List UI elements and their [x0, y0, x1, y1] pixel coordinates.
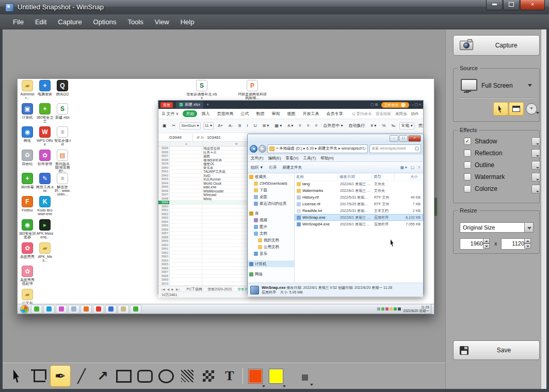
rounded-rectangle-tool[interactable]: [135, 365, 155, 387]
pick-control-button[interactable]: [509, 102, 524, 116]
file-size: 6,102 KB: [397, 216, 423, 219]
explorer-menu-item: 编辑(E): [268, 156, 281, 161]
explorer-minimize-button: –: [390, 135, 398, 142]
zoom-plus-button[interactable]: +: [526, 103, 537, 115]
effect-checkbox[interactable]: [464, 173, 471, 181]
resize-separator: x: [494, 240, 497, 247]
zoom-options-icon[interactable]: [536, 112, 539, 114]
capture-button[interactable]: Capture: [453, 35, 540, 56]
file-type: 应用程序: [374, 222, 397, 227]
menu-item[interactable]: Help: [175, 14, 200, 29]
desktop-icon: Q 腾讯QQ: [54, 80, 71, 103]
text-icon: T: [225, 369, 234, 383]
title-bar[interactable]: Untitled Snapshot - WinSnap ×: [0, 0, 549, 15]
desktop-icon-image: ▰: [22, 80, 33, 91]
excel-row-header: 3946: [158, 189, 170, 193]
file-date: 2017/5/25 星期…: [340, 202, 374, 207]
desktop-icon-image: ♻: [22, 150, 33, 161]
drawing-toolbar: ✒ ╱ ↗ T: [3, 363, 445, 389]
chevron-down-icon[interactable]: [528, 84, 532, 87]
close-button[interactable]: ×: [520, 0, 545, 10]
effect-checkbox[interactable]: [464, 150, 471, 157]
text-tool[interactable]: T: [219, 365, 240, 387]
excel-file-menu: ☰ 文件 ∨: [162, 111, 179, 117]
resize-height-input[interactable]: 1120: [501, 238, 527, 250]
file-date: 2022/6/1 星期三 …: [340, 188, 374, 193]
primary-color-swatch[interactable]: [248, 369, 263, 384]
desktop-icon-label: 计算机: [22, 116, 33, 119]
effect-settings-button[interactable]: [531, 173, 540, 182]
select-tool[interactable]: [8, 365, 28, 387]
ellipse-tool[interactable]: [156, 365, 176, 387]
effect-settings-button[interactable]: [531, 149, 540, 158]
pick-window-button[interactable]: [493, 102, 508, 116]
effect-checkbox[interactable]: [464, 161, 471, 169]
file-icon: [297, 202, 301, 206]
source-mode-dropdown[interactable]: Full Screen: [481, 82, 513, 89]
captured-screenshot[interactable]: ▰ Administr... + 电脑管家 Q 腾讯QQ ▣: [17, 78, 434, 314]
effect-settings-button[interactable]: [531, 161, 540, 170]
menu-item[interactable]: Options: [88, 14, 122, 29]
canvas-scrollbar-thumb[interactable]: [434, 198, 437, 216]
resize-width-stepper[interactable]: [483, 238, 490, 249]
nav-item-icon: [254, 202, 258, 206]
file-date: 2022/5/31 星期…: [340, 195, 374, 200]
line-tool[interactable]: ╱: [71, 365, 92, 387]
file-icon: [297, 222, 301, 226]
hatch-tool[interactable]: [177, 365, 198, 387]
line-width-selector[interactable]: [302, 374, 308, 381]
effect-settings-button[interactable]: [531, 137, 540, 146]
menu-item[interactable]: File: [7, 14, 29, 29]
excel-tab-bar: 首页 S 新建.xlsx + ▢ ⊞ 立即登录 – ▢ ×: [158, 101, 423, 109]
refresh-icon: ↻: [362, 146, 366, 151]
resize-height-stepper[interactable]: [524, 238, 531, 249]
taskbar: 11:29 2022/6/20 星期一: [18, 304, 434, 314]
resize-group: Resize Original Size 1960 x 1120: [453, 210, 540, 254]
desktop-icon: S 华军步调整补充.xlsx: [186, 80, 218, 100]
save-button[interactable]: Save: [453, 340, 540, 360]
rectangle-tool[interactable]: [114, 365, 134, 387]
menu-item[interactable]: Tools: [122, 14, 149, 29]
excel-column-header: A: [170, 142, 203, 146]
file-type: 文件夹: [374, 188, 397, 193]
rectangle-icon: [116, 370, 132, 383]
maximize-button[interactable]: [503, 0, 520, 10]
effect-checkbox[interactable]: ✓: [464, 138, 471, 145]
desktop-icon-label: 360安全卫士: [36, 116, 54, 123]
excel-format-control: 合并居中 ▾: [321, 122, 344, 129]
file-row: License.rtf 2017/5/25 星期… RTF 文件 7 KB: [295, 201, 423, 207]
secondary-color-swatch[interactable]: [269, 369, 283, 384]
excel-row-header: 3935: [158, 146, 170, 150]
explorer-body: 收藏夹 2345Downloads 下载: [248, 173, 423, 283]
editor-canvas[interactable]: ▰ Administr... + 电脑管家 Q 腾讯QQ ▣: [3, 29, 445, 363]
desktop-icon-label: 电脑管家: [38, 92, 52, 96]
desktop-icon: ✎ 网页工具.exe: [36, 173, 54, 196]
resize-preset-dropdown[interactable]: Original Size: [460, 222, 525, 233]
menu-item[interactable]: Edit: [29, 14, 52, 29]
excel-format-control: U: [252, 122, 259, 129]
excel-cell-a: [170, 263, 202, 266]
resize-width-input[interactable]: 1960: [460, 238, 486, 250]
menu-item[interactable]: View: [149, 14, 175, 29]
nav-item: 库: [248, 210, 294, 217]
nav-item-icon: [249, 211, 253, 216]
crop-tool[interactable]: [29, 365, 50, 387]
excel-cell-a: [170, 239, 202, 243]
resize-preset-dropdown-button[interactable]: [524, 222, 534, 233]
arrow-tool[interactable]: ↗: [92, 365, 113, 387]
desktop-icon: ✿ 美图秀秀: [19, 242, 36, 266]
menu-item[interactable]: Capture: [52, 14, 87, 29]
effect-checkbox[interactable]: [464, 185, 471, 192]
minimize-button[interactable]: [486, 0, 503, 10]
excel-titlebar-right: ▢ ⊞ 立即登录 – ▢ ×: [368, 102, 421, 108]
effect-settings-button[interactable]: [531, 185, 540, 193]
panel-scrollbar[interactable]: [541, 29, 546, 389]
status-created: 创建日期: 2022/6/20 星期一 11:28: [338, 286, 392, 289]
excel-row-header: 3945: [158, 185, 170, 189]
mosaic-tool[interactable]: [198, 365, 219, 387]
desktop-icon: ▰ APK_Mes...: [36, 242, 54, 266]
explorer-menu-bar: 文件(F)编辑(E)查看(V)工具(T)帮助(H): [248, 154, 423, 161]
desktop-icon: ▣ 计算机: [19, 103, 36, 126]
sheet-nav-icon: ∣◀: [161, 287, 165, 291]
pen-tool[interactable]: ✒: [50, 365, 71, 387]
